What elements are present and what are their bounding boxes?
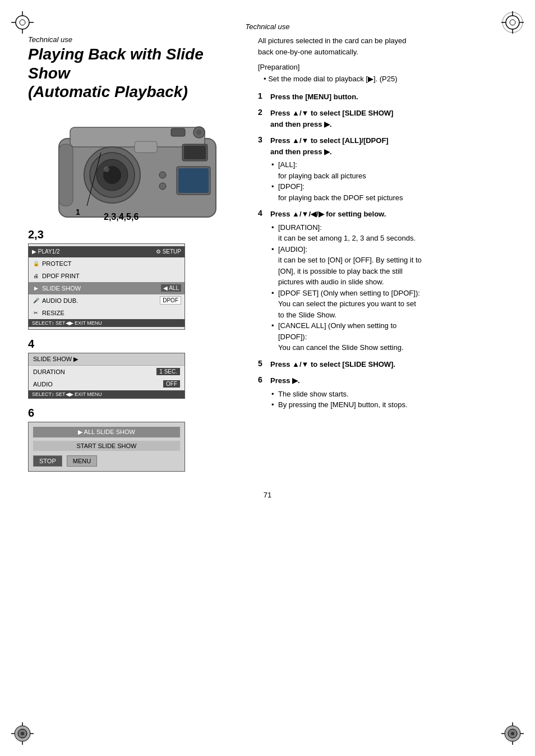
svg-point-38 [196, 130, 202, 135]
slide-show-value-all: ◀ ALL [161, 284, 181, 292]
svg-point-33 [104, 167, 109, 172]
svg-point-22 [511, 732, 514, 735]
step-1: 1 Press the [MENU] button. [258, 91, 507, 103]
step-6: 6 Press ▶. The slide show starts. By pre… [258, 375, 507, 411]
menu4-audio-value: OFF [163, 380, 180, 388]
svg-point-42 [159, 183, 166, 190]
right-column: All pictures selected in the card can be… [258, 35, 507, 480]
svg-text:1: 1 [76, 208, 80, 216]
menu-header-left: ▶ PLAY1/2 [32, 248, 60, 255]
menu-row-dpof-print: 🖨 DPOF PRINT [29, 270, 185, 282]
menu-label-2-3: 2,3 [28, 228, 247, 241]
protect-label: PROTECT [42, 260, 72, 267]
section-title: Playing Back with Slide Show(Automatic P… [28, 45, 247, 102]
svg-rect-40 [178, 168, 209, 193]
step-6-num: 6 [258, 375, 270, 384]
svg-rect-36 [171, 128, 185, 136]
menu4-duration-label: DURATION [33, 368, 65, 375]
step-4-bullet-audio: [AUDIO]:it can be set to [ON] or [OFF]. … [270, 244, 507, 288]
step-3-num: 3 [258, 135, 270, 144]
menu-bottom-bar-2-3: SELECT↕ SET◀▶ EXIT MENU [29, 319, 185, 327]
step-3-bullet-dpof: [DPOF]:for playing back the DPOF set pic… [270, 181, 507, 203]
step-2-text: Press ▲/▼ to select [SLIDE SHOW]and then… [270, 109, 393, 128]
resize-icon: ✂ [32, 309, 40, 317]
step-4-text: Press ▲/▼/◀/▶ for setting below. [270, 210, 386, 218]
menu4-audio-row: AUDIO OFF [29, 378, 185, 390]
menu-box-6: ▶ ALL SLIDE SHOW START SLIDE SHOW STOP M… [28, 422, 185, 472]
page-number: 71 [28, 491, 507, 499]
step-4-bullet-duration: [DURATION]:it can be set among 1, 2, 3 a… [270, 222, 507, 244]
audio-dub-value-dpof: DPOF [160, 296, 181, 305]
step-4-num: 4 [258, 209, 270, 218]
svg-point-6 [506, 16, 519, 29]
svg-rect-44 [59, 144, 73, 206]
resize-label: RESIZE [42, 310, 64, 316]
step-4: 4 Press ▲/▼/◀/▶ for setting below. [DURA… [258, 209, 507, 353]
camera-image-container: 1 2,3,4,5,6 [42, 110, 233, 223]
step-6-bullet-stops: By pressing the [MENU] button, it stops. [270, 399, 507, 411]
step-5: 5 Press ▲/▼ to select [SLIDE SHOW]. [258, 359, 507, 370]
corner-mark-top-left [11, 11, 34, 34]
menu6-menu-button[interactable]: MENU [67, 455, 97, 467]
step-4-bullets: [DURATION]:it can be set among 1, 2, 3 a… [270, 222, 507, 353]
menu-section-6: 6 ▶ ALL SLIDE SHOW START SLIDE SHOW STOP… [28, 407, 247, 472]
menu-section-4: 4 SLIDE SHOW ▶ DURATION 1 SEC. AUDIO OFF… [28, 338, 247, 399]
step-2-num: 2 [258, 108, 270, 117]
menu4-slide-show-label: SLIDE SHOW ▶ [33, 356, 78, 363]
corner-mark-bottom-right [501, 722, 524, 745]
prep-section: [Preparation] • Set the mode dial to pla… [258, 63, 507, 85]
slide-show-icon: ▶ [32, 284, 40, 292]
section-subtitle: Technical use [28, 35, 247, 44]
step-2-content: Press ▲/▼ to select [SLIDE SHOW]and then… [270, 108, 507, 130]
camera-svg: 1 2,3,4,5,6 [48, 110, 227, 223]
corner-mark-top-right [501, 11, 524, 34]
menu6-all-slide-show: ▶ ALL SLIDE SHOW [33, 427, 180, 437]
prep-label: [Preparation] [258, 63, 507, 71]
step-6-text: Press ▶. [270, 376, 300, 385]
intro-text: All pictures selected in the card can be… [258, 35, 507, 57]
step-5-num: 5 [258, 359, 270, 368]
svg-point-1 [20, 20, 25, 25]
menu-label-4: 4 [28, 338, 247, 351]
audio-dub-icon: 🎤 [32, 297, 40, 305]
menu4-top-row: SLIDE SHOW ▶ [29, 353, 185, 366]
menu-row-audio-dub: 🎤 AUDIO DUB. DPOF [29, 294, 185, 307]
dpof-print-label: DPOF PRINT [42, 273, 80, 279]
content-area: Technical use Playing Back with Slide Sh… [28, 35, 507, 480]
menu-row-slide-show: ▶ SLIDE SHOW ◀ ALL [29, 282, 185, 294]
svg-point-15 [21, 732, 24, 735]
step-4-content: Press ▲/▼/◀/▶ for setting below. [DURATI… [270, 209, 507, 353]
step-5-text: Press ▲/▼ to select [SLIDE SHOW]. [270, 360, 395, 368]
step-3-bullet-all: [ALL]:for playing back all pictures [270, 159, 507, 181]
menu-row-protect: 🔒 PROTECT [29, 257, 185, 270]
menu4-duration-row: DURATION 1 SEC. [29, 366, 185, 378]
step-3-text: Press ▲/▼ to select [ALL]/[DPOF]and then… [270, 136, 389, 156]
step-1-content: Press the [MENU] button. [270, 91, 507, 103]
steps-list: 1 Press the [MENU] button. 2 Press ▲/▼ t… [258, 91, 507, 411]
slide-show-label: SLIDE SHOW [42, 285, 81, 292]
left-column: Technical use Playing Back with Slide Sh… [28, 35, 247, 480]
audio-dub-label: AUDIO DUB. [42, 297, 78, 304]
page-header: Technical use [28, 22, 507, 31]
menu-header-row: ▶ PLAY1/2 ⚙ SETUP [29, 246, 185, 257]
dpof-print-icon: 🖨 [32, 272, 40, 280]
header-text: Technical use [245, 22, 289, 31]
menu-bottom-text-2-3: SELECT↕ SET◀▶ EXIT MENU [32, 320, 102, 326]
menu-label-6: 6 [28, 407, 247, 420]
menu6-stop-button[interactable]: STOP [33, 455, 62, 467]
step-6-content: Press ▶. The slide show starts. By press… [270, 375, 507, 411]
step-2: 2 Press ▲/▼ to select [SLIDE SHOW]and th… [258, 108, 507, 130]
menu-bottom-text-4: SELECT↕ SET◀▶ EXIT MENU [32, 391, 102, 397]
step-3: 3 Press ▲/▼ to select [ALL]/[DPOF]and th… [258, 135, 507, 203]
menu-header-right: ⚙ SETUP [156, 248, 181, 255]
prep-item: • Set the mode dial to playback [▶]. (P2… [264, 73, 507, 85]
step-3-bullets: [ALL]:for playing back all pictures [DPO… [270, 159, 507, 203]
menu-box-4: SLIDE SHOW ▶ DURATION 1 SEC. AUDIO OFF S… [28, 353, 185, 399]
svg-point-7 [510, 20, 515, 25]
svg-point-0 [16, 16, 29, 29]
step-3-content: Press ▲/▼ to select [ALL]/[DPOF]and then… [270, 135, 507, 203]
step-1-num: 1 [258, 91, 270, 100]
menu-box-2-3: ▶ PLAY1/2 ⚙ SETUP 🔒 PROTECT 🖨 DPOF PRINT… [28, 243, 185, 330]
menu4-audio-label: AUDIO [33, 381, 53, 388]
protect-icon: 🔒 [32, 260, 40, 268]
